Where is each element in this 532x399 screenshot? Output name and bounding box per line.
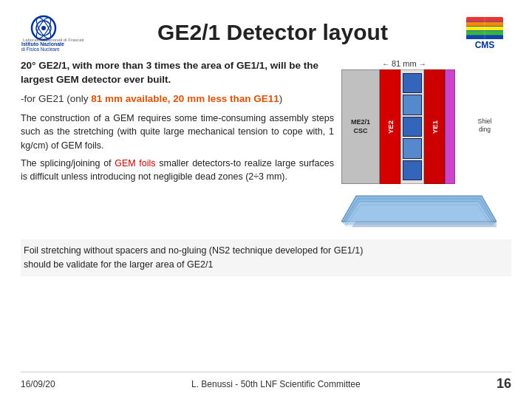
bottom-date: 16/09/20 [21,379,55,389]
footer-note-line1: Foil stretching without spacers and no-g… [24,244,508,258]
gem-layer-5 [403,160,422,180]
csc-box: ME2/1CSC [341,69,380,184]
svg-point-5 [41,26,46,30]
slide: Istituto Nazionale di Fisica Nucleare La… [0,0,532,399]
bottom-center-text: L. Benussi - 50th LNF Scientific Committ… [191,379,361,389]
gem-layers [400,69,424,184]
header: Istituto Nazionale di Fisica Nucleare La… [21,13,511,52]
footer-note-line2: should be validate for the larger area o… [24,258,508,272]
main-content: 20° GE2/1, with more than 3 times the ar… [21,59,511,232]
bottom-page: 16 [497,376,511,392]
ye2-label: YE2 [386,120,395,134]
infn-logo: Istituto Nazionale di Fisica Nucleare La… [21,13,87,52]
subtitle-part2: ) [279,93,283,104]
body-para2: The splicing/joining of GEM foils smalle… [21,157,334,183]
ye1-label: YE1 [431,120,439,134]
intro-bold: 20° GE2/1, with more than 3 times the ar… [21,59,334,87]
svg-text:di Fisica Nucleare: di Fisica Nucleare [21,47,60,52]
right-arrow-icon: → [419,60,426,68]
svg-marker-20 [344,202,494,225]
text-column: 20° GE2/1, with more than 3 times the ar… [21,59,334,188]
mm-label: ← 81 mm → [382,59,426,68]
gem-layer-1 [403,73,422,93]
gem-layer-2 [403,95,422,115]
para2-gem: GEM foils [115,158,155,168]
left-arrow-icon: ← [382,60,389,68]
cms-logo: CMS [458,13,511,52]
diagram-area: ← 81 mm → ME2/1CSC YE2 [341,59,511,232]
subtitle-part1: -for GE21 (only [21,93,91,104]
subtitle-highlight: 81 mm available, 20 mm less than GE11 [91,93,279,104]
ye1-column: YE1 [424,69,445,184]
subtitle: -for GE21 (only 81 mm available, 20 mm l… [21,92,334,106]
gem-layer-4 [403,138,422,158]
svg-text:Istituto Nazionale: Istituto Nazionale [21,41,64,47]
mm-dimension: 81 mm [392,59,417,68]
body-para1: The construction of a GEM requires some … [21,112,334,151]
csc-label: ME2/1CSC [351,118,370,135]
svg-text:CMS: CMS [475,40,495,50]
page-title: GE2/1 Detector layout [87,20,458,45]
shielding-label: Shielding [471,117,498,133]
ye2-column: YE2 [380,69,400,184]
para2-prefix: The splicing/joining of [21,158,115,168]
bottom-bar: 16/09/20 L. Benussi - 50th LNF Scientifi… [21,372,511,392]
svg-text:Laboratori Nazionali di Frasca: Laboratori Nazionali di Frascati [23,38,84,42]
gem-layer-3 [403,117,422,137]
footer-note: Foil stretching without spacers and no-g… [21,239,511,276]
svg-marker-22 [352,222,497,227]
gem-foil-drawing [341,188,497,232]
detector-cross-section: ME2/1CSC YE2 YE1 [341,69,497,184]
shielding-strip [445,69,455,184]
foil-svg [341,188,497,229]
